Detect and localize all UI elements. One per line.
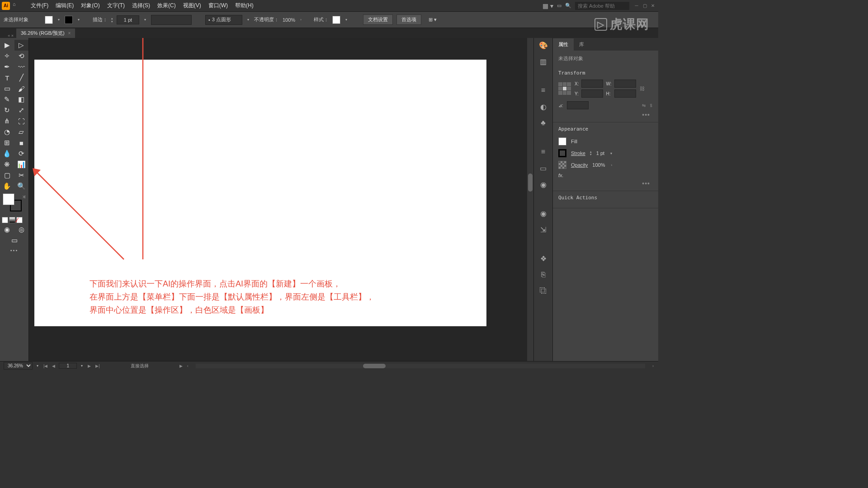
artboards-panel-icon[interactable]: ▭ [538, 163, 549, 174]
document-tab[interactable]: 36.26% (RGB/预览) × [16, 28, 75, 38]
scrollbar-vertical[interactable] [527, 38, 533, 361]
column-graph-tool[interactable]: 📊 [14, 159, 29, 170]
curvature-tool[interactable]: 〰 [14, 61, 29, 72]
shaper-tool[interactable]: ✎ [0, 94, 14, 105]
libraries-tab[interactable]: 库 [574, 38, 590, 51]
x-input[interactable] [581, 80, 603, 88]
prev-artboard-button[interactable]: ◀ [51, 364, 56, 368]
free-transform-tool[interactable]: ⛶ [14, 116, 29, 127]
symbols-panel-icon[interactable]: ♣ [538, 117, 549, 128]
constrain-icon[interactable]: ⛓ [640, 86, 645, 91]
stroke-value-dropdown[interactable]: ▾ [609, 151, 613, 155]
align-icon[interactable]: ⊞ ▾ [429, 17, 437, 23]
transform-more-icon[interactable]: ••• [558, 111, 653, 118]
slice-tool[interactable]: ✂ [14, 170, 29, 181]
opacity-dropdown-panel[interactable]: › [609, 163, 613, 167]
color-mode[interactable] [2, 217, 8, 223]
menu-type[interactable]: 文字(T) [104, 0, 128, 11]
last-artboard-button[interactable]: ▶| [94, 364, 100, 368]
menu-file[interactable]: 文件(F) [27, 0, 52, 11]
doc-setup-button[interactable]: 文档设置 [363, 14, 393, 25]
menu-edit[interactable]: 编辑(E) [52, 0, 77, 11]
fill-swatch[interactable] [45, 16, 53, 24]
opacity-value[interactable]: 100% [283, 17, 295, 23]
rotate-tool[interactable]: ↻ [0, 105, 14, 116]
fill-dropdown[interactable]: ▾ [57, 18, 61, 22]
style-swatch[interactable] [332, 16, 340, 24]
symbol-sprayer-tool[interactable]: ❋ [0, 159, 14, 170]
opacity-value-panel[interactable]: 100% [592, 162, 605, 168]
appearance-stroke-swatch[interactable] [558, 149, 566, 157]
line-tool[interactable]: ╱ [14, 72, 29, 83]
mesh-tool[interactable]: ⊞ [0, 137, 14, 148]
menu-help[interactable]: 帮助(H) [231, 0, 257, 11]
none-mode[interactable]: ⁄ [16, 217, 23, 223]
color-panel-icon[interactable]: 🎨 [538, 40, 549, 51]
selection-tool[interactable]: ▶ [0, 40, 14, 51]
opacity-dropdown[interactable]: › [299, 18, 303, 22]
eyedropper-tool[interactable]: 💧 [0, 148, 14, 159]
canvas-area[interactable]: 下面我们来认识一下AI的操作界面，点击AI界面的【新建】一个画板， 在界面上方是… [29, 38, 533, 361]
gradient-mode[interactable] [9, 217, 15, 223]
style-dropdown[interactable]: ▾ [344, 18, 349, 22]
layers-panel-icon[interactable]: ≡ [538, 146, 549, 157]
angle-input[interactable] [567, 101, 589, 109]
rectangle-tool[interactable]: ▭ [0, 83, 14, 94]
fx-button[interactable]: fx. [558, 173, 564, 178]
menu-window[interactable]: 窗口(W) [205, 0, 231, 11]
brush-dropdown-arrow[interactable]: ▾ [246, 18, 250, 22]
preferences-button[interactable]: 首选项 [396, 14, 421, 25]
home-icon[interactable]: ⌂ [13, 1, 22, 10]
magic-wand-tool[interactable]: ✧ [0, 51, 14, 61]
transparency-panel-icon[interactable]: ◉ [538, 179, 549, 190]
menu-view[interactable]: 视图(V) [179, 0, 205, 11]
menu-effect[interactable]: 效果(C) [154, 0, 179, 11]
menu-object[interactable]: 对象(O) [77, 0, 103, 11]
flip-h-icon[interactable]: ⇋ [642, 103, 646, 108]
perspective-tool[interactable]: ▱ [14, 127, 29, 137]
scale-tool[interactable]: ⤢ [14, 105, 29, 116]
menu-select[interactable]: 选择(S) [128, 0, 154, 11]
appearance-fill-swatch[interactable] [558, 137, 566, 145]
shape-builder-tool[interactable]: ◔ [0, 127, 14, 137]
stroke-value-panel[interactable]: 1 pt [596, 150, 604, 156]
stroke-weight-input[interactable] [117, 15, 139, 24]
artboard-number-input[interactable] [59, 363, 77, 369]
reference-point[interactable] [558, 82, 571, 95]
draw-behind[interactable]: ◎ [14, 224, 29, 235]
first-artboard-button[interactable]: |◀ [42, 364, 48, 368]
gradient-tool[interactable]: ■ [14, 137, 29, 148]
w-input[interactable] [614, 80, 636, 88]
swatches-panel-icon[interactable]: ▥ [538, 56, 549, 67]
stroke-panel-icon[interactable]: ≡ [538, 85, 549, 96]
stroke-profile-dropdown[interactable] [151, 15, 192, 25]
eraser-tool[interactable]: ◧ [14, 94, 29, 105]
y-input[interactable] [581, 89, 603, 98]
libraries-panel-icon[interactable]: ❖ [538, 253, 549, 264]
minimize-button[interactable]: ─ [633, 3, 640, 9]
lasso-tool[interactable]: ⟲ [14, 51, 29, 61]
zoom-level-select[interactable]: 36.26% [4, 362, 33, 370]
stroke-swatch[interactable] [65, 16, 73, 24]
properties-tab[interactable]: 属性 [553, 38, 574, 51]
document-tab-close[interactable]: × [68, 31, 71, 36]
flip-v-icon[interactable]: ⥮ [649, 103, 653, 108]
fill-stroke-control[interactable]: ⤭ [2, 193, 27, 214]
status-play-icon[interactable]: ▶ [179, 364, 184, 368]
stroke-weight-dropdown[interactable]: ▾ [143, 18, 147, 22]
arrange-docs-icon[interactable]: ▦ ▾ [542, 2, 553, 9]
search-input[interactable] [575, 2, 629, 10]
appearance-panel-icon[interactable]: ◉ [538, 208, 549, 219]
stroke-dropdown[interactable]: ▾ [76, 18, 81, 22]
brush-definition-dropdown[interactable]: •3 点圆形 [205, 15, 242, 25]
actions-panel-icon[interactable]: ⿻ [538, 286, 549, 296]
direct-selection-tool[interactable]: ▷ [14, 40, 29, 51]
maximize-button[interactable]: ▢ [641, 3, 648, 9]
paintbrush-tool[interactable]: 🖌 [14, 83, 29, 94]
artboard-tool[interactable]: ▢ [0, 170, 14, 181]
screen-mode-tool[interactable]: ▭ [0, 235, 28, 246]
h-input[interactable] [614, 89, 636, 98]
scrollbar-horizontal[interactable] [196, 364, 645, 368]
hand-tool[interactable]: ✋ [0, 181, 14, 192]
type-tool[interactable]: T [0, 72, 14, 83]
